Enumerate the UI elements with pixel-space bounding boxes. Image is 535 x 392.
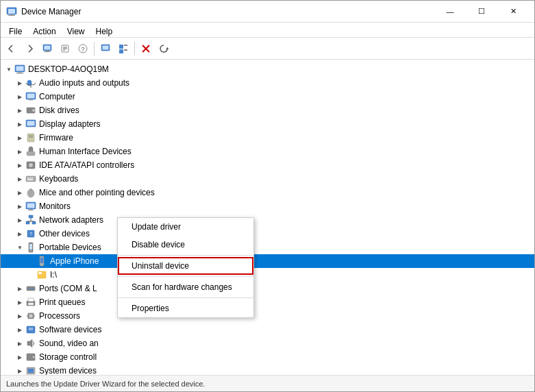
storage-expander[interactable]: ▶ (14, 352, 25, 363)
tree-system[interactable]: ▶ System devices (1, 364, 534, 375)
svg-marker-23 (167, 47, 169, 50)
tree-monitors[interactable]: ▶ Monitors (1, 199, 534, 213)
device-tree[interactable]: ▼ DESKTOP-4AOQ19M ▶ Audio inputs and out… (1, 60, 534, 375)
app-icon (6, 6, 17, 17)
refresh-icon-btn[interactable] (155, 40, 172, 57)
computer-label: Computer (39, 92, 75, 101)
computer-icon (25, 91, 36, 102)
tree-ide[interactable]: ▶ IDE ATA/ATAPI controllers (1, 158, 534, 172)
svg-rect-37 (27, 134, 34, 142)
minimize-button[interactable]: — (434, 5, 466, 19)
toolbar-separator-1 (94, 42, 95, 56)
properties-icon-btn[interactable] (57, 40, 73, 57)
tree-audio[interactable]: ▶ Audio inputs and outputs (1, 76, 534, 90)
sound-expander[interactable]: ▶ (14, 338, 25, 349)
tree-disk[interactable]: ▶ Disk drives (1, 103, 534, 117)
large-icon-btn[interactable] (115, 40, 132, 57)
tree-processors[interactable]: ▶ Processors (1, 309, 534, 323)
keyboard-label: Keyboards (39, 174, 78, 184)
monitors-icon (25, 201, 36, 212)
mice-label: Mice and other pointing devices (39, 188, 155, 197)
svg-rect-74 (32, 288, 33, 289)
monitor-icon-btn[interactable] (97, 40, 114, 57)
firmware-expander[interactable]: ▶ (14, 132, 25, 143)
display-icon (25, 119, 36, 130)
delete-icon-btn[interactable] (138, 40, 154, 57)
other-expander[interactable]: ▶ (14, 228, 25, 239)
keyboard-expander[interactable]: ▶ (14, 173, 25, 184)
display-expander[interactable]: ▶ (14, 119, 25, 130)
tree-ports[interactable]: ▶ Ports (COM & L (1, 282, 534, 295)
svg-rect-41 (27, 151, 35, 156)
other-icon: ? (25, 228, 36, 239)
menu-action[interactable]: Action (27, 24, 61, 36)
menu-help[interactable]: Help (90, 24, 119, 36)
tree-computer[interactable]: ▶ Computer (1, 90, 534, 103)
maximize-button[interactable]: ☐ (466, 5, 497, 19)
system-icon (25, 365, 36, 375)
ide-icon (25, 160, 36, 171)
ports-expander[interactable]: ▶ (14, 283, 25, 294)
ctx-scan-hardware[interactable]: Scan for hardware changes (118, 278, 253, 296)
menu-file[interactable]: File (3, 24, 27, 36)
mice-expander[interactable]: ▶ (14, 187, 25, 198)
other-label: Other devices (39, 229, 90, 238)
root-expander[interactable]: ▼ (3, 64, 14, 75)
drive-icon (36, 269, 47, 280)
svg-rect-55 (28, 210, 34, 210)
tree-display[interactable]: ▶ Display adapters (1, 117, 534, 131)
ctx-uninstall-device[interactable]: Uninstall device (118, 257, 253, 275)
tree-keyboard[interactable]: ▶ Keyboards (1, 172, 534, 186)
back-button[interactable] (3, 40, 20, 57)
system-expander[interactable]: ▶ (14, 365, 25, 375)
computer-expander[interactable]: ▶ (14, 91, 25, 102)
help-icon-btn[interactable]: ? (75, 40, 91, 57)
computer-icon-btn[interactable] (39, 40, 55, 57)
svg-rect-31 (27, 94, 35, 99)
ctx-disable-device[interactable]: Disable device (118, 236, 253, 254)
disk-icon (25, 105, 36, 116)
svg-point-43 (29, 163, 33, 167)
title-bar: Device Manager — ☐ ✕ (1, 1, 534, 23)
software-expander[interactable]: ▶ (14, 324, 25, 335)
monitors-expander[interactable]: ▶ (14, 201, 25, 212)
print-expander[interactable]: ▶ (14, 297, 25, 308)
svg-rect-48 (27, 180, 33, 181)
tree-print[interactable]: ▶ Print queues (1, 295, 534, 309)
tree-storage[interactable]: ▶ Storage controll (1, 350, 534, 364)
portable-expander[interactable]: ▼ (14, 242, 25, 253)
window-title: Device Manager (21, 7, 81, 16)
menu-view[interactable]: View (62, 24, 90, 36)
tree-iphone[interactable]: Apple iPhone (1, 254, 534, 268)
disk-expander[interactable]: ▶ (14, 105, 25, 116)
tree-network[interactable]: ▶ Network adapters (1, 213, 534, 227)
storage-icon (25, 352, 36, 363)
menu-bar: File Action View Help (1, 23, 534, 38)
ctx-update-driver[interactable]: Update driver (118, 218, 253, 236)
processors-expander[interactable]: ▶ (14, 310, 25, 321)
close-button[interactable]: ✕ (497, 5, 529, 19)
tree-portable[interactable]: ▼ Portable Devices (1, 241, 534, 254)
ide-expander[interactable]: ▶ (14, 160, 25, 171)
tree-mice[interactable]: ▶ Mice and other pointing devices (1, 186, 534, 199)
audio-expander[interactable]: ▶ (14, 77, 25, 88)
processors-label: Processors (39, 311, 80, 321)
svg-rect-19 (124, 49, 127, 51)
svg-rect-16 (119, 45, 123, 49)
tree-drive-i[interactable]: I:\ (1, 268, 534, 282)
sound-label: Sound, video an (39, 339, 99, 348)
ctx-properties[interactable]: Properties (118, 299, 253, 317)
tree-other[interactable]: ▶ ? Other devices (1, 227, 534, 241)
tree-software[interactable]: ▶ Software devices (1, 323, 534, 336)
iphone-icon (36, 256, 47, 267)
tree-firmware[interactable]: ▶ Firmware (1, 131, 534, 145)
hid-expander[interactable]: ▶ (14, 146, 25, 157)
tree-hid[interactable]: ▶ Human Interface Devices (1, 145, 534, 158)
drive-i-label: I:\ (50, 270, 57, 280)
print-label: Print queues (39, 297, 85, 307)
tree-root[interactable]: ▼ DESKTOP-4AOQ19M (1, 62, 534, 76)
svg-rect-26 (18, 72, 22, 73)
network-expander[interactable]: ▶ (14, 215, 25, 225)
forward-button[interactable] (21, 40, 38, 57)
tree-sound[interactable]: ▶ Sound, video an (1, 336, 534, 350)
